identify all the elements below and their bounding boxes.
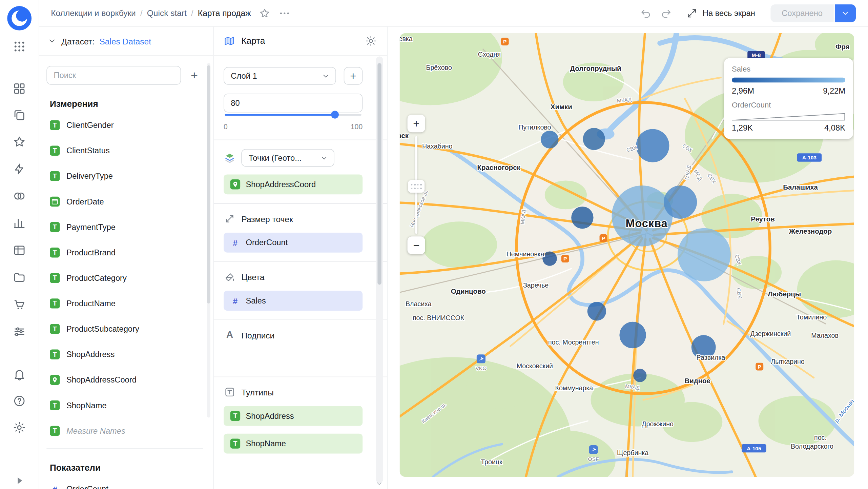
favorites-star-icon[interactable] <box>13 135 26 148</box>
collections-icon[interactable] <box>13 109 26 122</box>
add-field-button[interactable]: + <box>185 66 203 84</box>
dataset-field[interactable]: ShopAddressCoord <box>46 367 203 393</box>
text-field-icon: T <box>50 426 60 436</box>
datasets-folder-icon[interactable] <box>13 271 26 284</box>
redo-icon[interactable] <box>660 7 672 19</box>
opacity-min-label: 0 <box>224 122 228 131</box>
text-field-icon: T <box>50 120 60 130</box>
dataset-field[interactable]: OrderDate <box>46 189 203 214</box>
zoom-slider-grip[interactable] <box>408 180 425 193</box>
colors-field-chip[interactable]: # Sales <box>224 291 363 311</box>
chart-preview-area: РРРРVKOOSFМ-8А-103А-105 реевкаСходняБрёх… <box>388 26 868 489</box>
collapse-rail-icon[interactable] <box>13 474 26 487</box>
more-actions-icon[interactable] <box>278 7 291 19</box>
notifications-bell-icon[interactable] <box>13 368 26 381</box>
geotype-select[interactable]: Точки (Геото... <box>241 149 334 167</box>
dataset-field[interactable]: TProductName <box>46 291 203 316</box>
field-label: ProductName <box>66 299 116 308</box>
geo-field-icon <box>50 375 60 385</box>
suburban-rail-station-icon: Р <box>756 363 763 371</box>
field-label: ClientGender <box>66 121 114 130</box>
map-label: Нахабино <box>422 142 453 150</box>
text-field-icon: T <box>50 248 60 257</box>
charts-icon[interactable] <box>13 217 26 230</box>
map-chart-icon <box>224 35 236 47</box>
services-icon[interactable] <box>13 190 26 203</box>
zoom-out-button[interactable]: − <box>408 236 425 254</box>
dataset-field[interactable]: #OrderCount <box>46 476 203 489</box>
tooltips-label: Тултипы <box>241 387 273 397</box>
dataset-name-link[interactable]: Sales Dataset <box>99 36 151 46</box>
map-label: Железнодор <box>789 228 832 235</box>
map-label: Путилково <box>518 123 551 131</box>
chart-settings-gear-icon[interactable] <box>365 35 377 47</box>
dataset-field[interactable]: TProductCategory <box>46 265 203 291</box>
map-bubble[interactable] <box>587 302 606 321</box>
divider <box>214 203 387 204</box>
dataset-label: Датасет: <box>61 36 94 46</box>
scroll-down-chevron-icon[interactable] <box>376 480 383 487</box>
map-bubble[interactable] <box>636 129 669 162</box>
config-scrollbar-thumb[interactable] <box>377 63 381 285</box>
map-label: пос. ВНИИССОК <box>413 314 464 321</box>
dataset-field[interactable]: TShopName <box>46 393 203 418</box>
settings-sliders-icon[interactable] <box>13 325 26 338</box>
layer-select-value: Слой 1 <box>231 72 257 80</box>
opacity-input[interactable]: 80 <box>224 94 363 113</box>
map-bubble[interactable] <box>619 322 646 348</box>
geopoints-field-chip[interactable]: ShopAddressCoord <box>224 174 363 194</box>
map-canvas[interactable]: РРРРVKOOSFМ-8А-103А-105 реевкаСходняБрёх… <box>400 33 854 477</box>
dataset-field[interactable]: TProductSubcategory <box>46 316 203 341</box>
datalens-logo[interactable] <box>7 6 32 31</box>
marketplace-cart-icon[interactable] <box>13 298 26 311</box>
map-bubble[interactable] <box>612 185 673 247</box>
breadcrumb-item[interactable]: Коллекции и воркбуки <box>51 8 136 18</box>
map-bubble[interactable] <box>583 128 605 150</box>
map-bubble[interactable] <box>678 228 731 281</box>
chip-label: ShopAddressCoord <box>246 180 316 189</box>
map-label: Щербинка <box>617 449 648 456</box>
chip-label: ShopAddress <box>246 411 294 420</box>
collapse-dataset-chevron-icon[interactable] <box>48 37 57 45</box>
dataset-scrollbar-thumb[interactable] <box>207 65 210 304</box>
opacity-slider-thumb[interactable] <box>331 111 339 119</box>
map-bubble[interactable] <box>542 251 557 266</box>
map-label: Власиха <box>406 300 432 308</box>
map-bubble[interactable] <box>541 131 558 148</box>
dataset-field[interactable]: TProductBrand <box>46 240 203 265</box>
dataset-field[interactable]: TShopAddress <box>46 342 203 367</box>
chart-config-panel: Карта Слой 1 + 80 0 100 <box>214 26 388 489</box>
settings-gear-icon[interactable] <box>13 421 26 434</box>
quick-actions-bolt-icon[interactable] <box>13 162 26 175</box>
saved-button[interactable]: Сохранено <box>771 4 834 22</box>
layer-select[interactable]: Слой 1 <box>224 67 336 85</box>
svg-text:Р: Р <box>563 256 567 261</box>
field-search-input[interactable] <box>46 66 181 85</box>
dataset-field[interactable]: TPaymentType <box>46 214 203 240</box>
tooltip-field-chip[interactable]: TShopAddress <box>224 406 363 426</box>
undo-icon[interactable] <box>640 7 652 19</box>
map-bubble[interactable] <box>664 185 697 219</box>
dataset-field[interactable]: TClientStatus <box>46 138 203 163</box>
favorite-star-icon[interactable] <box>259 7 271 19</box>
tables-icon[interactable] <box>13 244 26 257</box>
map-label: Немчиновка <box>507 250 544 258</box>
help-icon[interactable] <box>13 394 26 408</box>
field-label: ShopAddress <box>66 350 115 359</box>
fullscreen-button[interactable]: На весь экран <box>686 7 755 19</box>
apps-grid-icon[interactable] <box>13 40 26 53</box>
dataset-field[interactable]: TMeasure Names <box>46 418 203 444</box>
dashboards-icon[interactable] <box>13 82 26 95</box>
dataset-field[interactable]: TDeliveryType <box>46 163 203 189</box>
map-bubble[interactable] <box>633 369 646 382</box>
breadcrumb-item[interactable]: Quick start <box>147 8 187 18</box>
save-split-button: Сохранено <box>771 4 856 22</box>
map-bubble[interactable] <box>571 207 593 229</box>
tooltip-field-chip[interactable]: TShopName <box>224 434 363 454</box>
point-size-field-chip[interactable]: # OrderCount <box>224 233 363 253</box>
opacity-slider[interactable] <box>224 111 363 118</box>
dataset-field[interactable]: TClientGender <box>46 113 203 138</box>
save-dropdown-button[interactable] <box>835 4 856 22</box>
add-layer-button[interactable]: + <box>344 67 363 85</box>
zoom-in-button[interactable]: + <box>408 115 425 132</box>
